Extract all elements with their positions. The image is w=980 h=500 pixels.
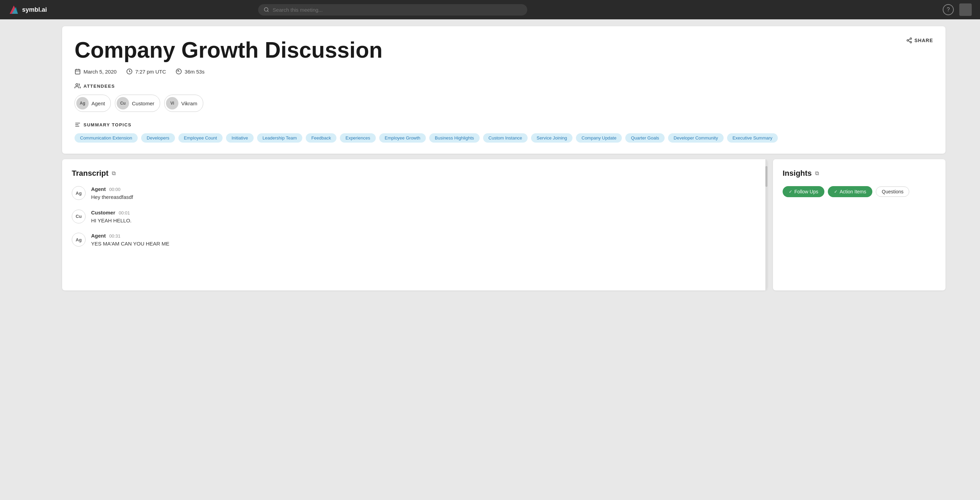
search-icon xyxy=(264,7,269,13)
topic-chip[interactable]: Leadership Team xyxy=(257,133,302,142)
clock-icon xyxy=(126,69,132,75)
attendees-section-label: ATTENDEES xyxy=(75,83,933,89)
transcript-copy-button[interactable]: ⧉ xyxy=(112,170,116,176)
transcript-title: Transcript xyxy=(72,169,108,178)
share-button[interactable]: SHARE xyxy=(906,37,933,43)
meeting-meta: March 5, 2020 7:27 pm UTC 36m 53s xyxy=(75,69,933,75)
attendee-avatar: Vi xyxy=(166,97,178,109)
svg-rect-9 xyxy=(75,69,80,74)
insights-title: Insights xyxy=(783,169,811,178)
topic-chip[interactable]: Employee Growth xyxy=(379,133,426,142)
help-button[interactable]: ? xyxy=(943,4,954,15)
meeting-title-row: Company Growth Discussion SHARE xyxy=(75,37,933,63)
scroll-thumb xyxy=(765,166,767,187)
entry-text: YES MA'AM CAN YOU HEAR ME xyxy=(91,240,758,248)
filter-label: Action Items xyxy=(840,189,866,195)
entry-content: Customer 00:01 HI YEAH HELLO. xyxy=(91,209,758,225)
filter-label: Questions xyxy=(881,189,904,195)
entry-content: Agent 00:31 YES MA'AM CAN YOU HEAR ME xyxy=(91,233,758,248)
check-icon: ✓ xyxy=(834,189,837,194)
attendee-name: Vikram xyxy=(181,101,197,106)
svg-line-7 xyxy=(908,41,910,42)
time-item: 7:27 pm UTC xyxy=(126,69,166,75)
insights-header: Insights ⧉ xyxy=(783,169,936,178)
logo-text: symbl.ai xyxy=(22,6,47,13)
meeting-duration: 36m 53s xyxy=(185,69,205,75)
meeting-title: Company Growth Discussion xyxy=(75,37,383,63)
insights-filter-button[interactable]: ✓ Action Items xyxy=(828,186,872,197)
svg-line-8 xyxy=(908,39,910,40)
topic-chip[interactable]: Business Highlights xyxy=(429,133,479,142)
attendees-icon xyxy=(75,83,81,89)
search-bar[interactable] xyxy=(258,4,527,16)
duration-icon xyxy=(176,69,182,75)
share-label: SHARE xyxy=(915,38,933,43)
entry-time: 00:01 xyxy=(119,210,130,216)
transcript-entry: Ag Agent 00:31 YES MA'AM CAN YOU HEAR ME xyxy=(72,233,758,248)
page-body: Company Growth Discussion SHARE March 5,… xyxy=(0,19,980,500)
entry-speaker-row: Agent 00:00 xyxy=(91,186,758,192)
entry-speaker-row: Agent 00:31 xyxy=(91,233,758,239)
topic-chip[interactable]: Company Update xyxy=(576,133,622,142)
transcript-entry: Ag Agent 00:00 Hey thereasdfasdf xyxy=(72,186,758,201)
topic-chip[interactable]: Quarter Goals xyxy=(625,133,665,142)
transcript-card: Transcript ⧉ Ag Agent 00:00 Hey thereasd… xyxy=(62,159,767,291)
filter-label: Follow Ups xyxy=(794,189,818,195)
meeting-info-card: Company Growth Discussion SHARE March 5,… xyxy=(62,26,945,154)
topic-chip[interactable]: Custom Instance xyxy=(483,133,528,142)
entry-time: 00:31 xyxy=(110,233,121,239)
topic-chip[interactable]: Developer Community xyxy=(668,133,724,142)
topic-chip[interactable]: Executive Summary xyxy=(727,133,778,142)
topic-chip[interactable]: Service Joining xyxy=(531,133,573,142)
svg-point-5 xyxy=(907,40,908,42)
attendee-badge: Vi Vikram xyxy=(164,94,203,112)
attendee-badge: Ag Agent xyxy=(75,94,111,112)
share-icon xyxy=(906,37,912,43)
check-icon: ✓ xyxy=(789,189,792,194)
meeting-date: March 5, 2020 xyxy=(84,69,117,75)
insights-copy-button[interactable]: ⧉ xyxy=(815,170,819,176)
insights-filter-button[interactable]: Questions xyxy=(876,187,909,197)
attendee-avatar: Ag xyxy=(76,97,89,109)
topic-chip[interactable]: Communication Extension xyxy=(75,133,138,142)
attendee-name: Agent xyxy=(91,101,105,106)
attendee-name: Customer xyxy=(132,101,154,106)
summary-section-label: SUMMARY TOPICS xyxy=(75,121,933,128)
navbar: symbl.ai ? xyxy=(0,0,980,19)
entry-speaker: Customer xyxy=(91,209,115,216)
navbar-right: ? xyxy=(943,3,972,16)
entry-speaker: Agent xyxy=(91,186,106,192)
bottom-row: Transcript ⧉ Ag Agent 00:00 Hey thereasd… xyxy=(62,159,945,291)
attendee-badge: Cu Customer xyxy=(115,94,160,112)
meeting-time: 7:27 pm UTC xyxy=(135,69,166,75)
topic-chip[interactable]: Experiences xyxy=(340,133,376,142)
insights-filters: ✓ Follow Ups✓ Action ItemsQuestions xyxy=(783,186,936,197)
attendees-row: Ag Agent Cu Customer Vi Vikram xyxy=(75,94,933,112)
calendar-icon xyxy=(75,69,81,75)
scroll-divider xyxy=(765,159,767,291)
entry-speaker-row: Customer 00:01 xyxy=(91,209,758,216)
topic-chip[interactable]: Employee Count xyxy=(178,133,223,142)
entry-speaker: Agent xyxy=(91,233,106,239)
search-input[interactable] xyxy=(273,7,522,13)
svg-point-15 xyxy=(76,83,78,86)
topic-chip[interactable]: Initiative xyxy=(226,133,254,142)
transcript-entry: Cu Customer 00:01 HI YEAH HELLO. xyxy=(72,209,758,225)
topic-chip[interactable]: Feedback xyxy=(306,133,336,142)
attendee-avatar: Cu xyxy=(117,97,129,109)
summary-label: SUMMARY TOPICS xyxy=(84,122,132,128)
entry-content: Agent 00:00 Hey thereasdfasdf xyxy=(91,186,758,201)
entry-text: HI YEAH HELLO. xyxy=(91,217,758,225)
logo: symbl.ai xyxy=(8,4,47,15)
topics-row: Communication ExtensionDevelopersEmploye… xyxy=(75,133,933,142)
svg-point-6 xyxy=(910,42,912,43)
right-sidebar xyxy=(952,19,980,500)
speaker-avatar: Cu xyxy=(72,209,86,224)
transcript-entries: Ag Agent 00:00 Hey thereasdfasdf Cu Cust… xyxy=(72,186,758,248)
entry-time: 00:00 xyxy=(110,187,121,192)
entry-text: Hey thereasdfasdf xyxy=(91,193,758,201)
topic-chip[interactable]: Developers xyxy=(141,133,175,142)
insights-filter-button[interactable]: ✓ Follow Ups xyxy=(783,186,824,197)
transcript-header: Transcript ⧉ xyxy=(72,169,758,178)
attendees-label: ATTENDEES xyxy=(84,83,115,89)
